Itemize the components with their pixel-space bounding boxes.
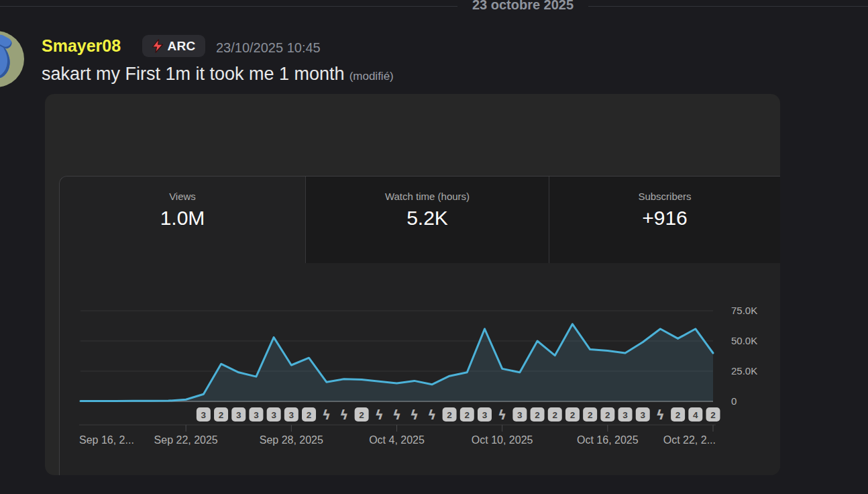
shorts-upload-icon: ϟ: [498, 407, 506, 423]
date-divider-line: [588, 6, 868, 7]
discord-chat-screen: 23 octobre 2025 Smayer08 ARC 23/10/2025 …: [0, 0, 868, 494]
upload-count-label: 2: [359, 410, 364, 420]
upload-count-label: 3: [254, 410, 259, 420]
x-tick-label: Oct 16, 2025: [577, 434, 639, 446]
upload-count-label: 2: [447, 410, 452, 420]
y-tick-label: 75.0K: [731, 305, 757, 316]
upload-count-label: 3: [201, 410, 207, 420]
shorts-upload-icon: ϟ: [375, 407, 384, 423]
clan-tag-badge[interactable]: ARC: [142, 35, 205, 57]
upload-count-label: 2: [588, 410, 593, 420]
message-content: sakart my First 1m it took me 1 month: [42, 64, 345, 84]
upload-count-label: 2: [675, 410, 681, 420]
chart-area-fill: [80, 324, 713, 401]
upload-count-label: 3: [640, 410, 645, 420]
upload-count-label: 2: [552, 410, 557, 420]
message-text: sakart my First 1m it took me 1 month(mo…: [42, 64, 394, 85]
x-tick-label: Oct 10, 2025: [472, 434, 533, 446]
shorts-upload-icon: ϟ: [392, 407, 401, 423]
upload-count-label: 3: [482, 410, 488, 420]
y-tick-label: 0: [731, 395, 737, 407]
avatar[interactable]: [0, 31, 24, 87]
y-tick-label: 25.0K: [731, 365, 757, 377]
upload-count-label: 3: [289, 410, 294, 420]
shorts-upload-icon: ϟ: [410, 407, 419, 423]
upload-count-label: 4: [693, 410, 698, 420]
edited-label: (modifié): [349, 70, 394, 83]
shorts-upload-icon: ϟ: [656, 407, 665, 423]
upload-count-label: 3: [236, 410, 241, 420]
upload-count-label: 3: [622, 410, 628, 420]
y-tick-label: 50.0K: [731, 335, 757, 346]
x-tick-label: Oct 22, 2...: [663, 434, 716, 446]
upload-count-label: 2: [535, 410, 540, 420]
shorts-upload-icon: ϟ: [322, 407, 331, 423]
x-tick-label: Sep 28, 2025: [260, 434, 323, 446]
upload-count-label: 3: [517, 410, 523, 420]
clan-tag-label: ARC: [167, 39, 195, 54]
x-tick-label: Sep 22, 2025: [154, 434, 218, 446]
x-tick-label: Sep 16, 2...: [79, 434, 134, 446]
date-divider: 23 octobre 2025: [457, 0, 588, 13]
upload-count-label: 2: [307, 410, 312, 420]
upload-count-label: 2: [219, 410, 224, 420]
upload-count-label: 2: [710, 410, 716, 420]
upload-count-label: 2: [465, 410, 470, 420]
shorts-upload-icon: ϟ: [427, 407, 436, 423]
message-timestamp: 23/10/2025 10:45: [216, 40, 321, 56]
upload-count-label: 2: [605, 410, 610, 420]
upload-count-label: 3: [271, 410, 276, 420]
date-divider-line: [0, 6, 457, 7]
lightning-bolt-icon: [152, 38, 164, 54]
analytics-image-embed[interactable]: Your channel has gotten 1,004,833 views …: [45, 94, 780, 475]
username[interactable]: Smayer08: [42, 36, 121, 56]
upload-count-label: 2: [570, 410, 576, 420]
views-area-chart: 75.0K50.0K25.0K03233332ϟϟ2ϟϟϟϟ223ϟ322222…: [45, 94, 780, 475]
x-tick-label: Oct 4, 2025: [369, 434, 425, 446]
shorts-upload-icon: ϟ: [339, 407, 348, 423]
